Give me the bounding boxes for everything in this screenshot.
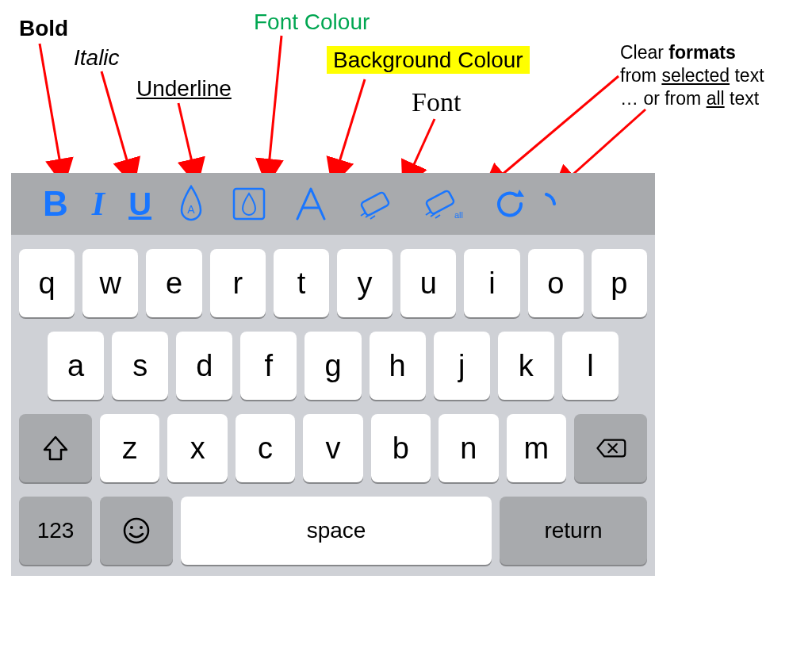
keyboard: B I U A bbox=[11, 173, 655, 576]
key-j[interactable]: j bbox=[434, 332, 490, 400]
font-colour-button[interactable]: A bbox=[175, 180, 207, 228]
key-z[interactable]: z bbox=[100, 414, 159, 482]
key-e[interactable]: e bbox=[146, 249, 201, 317]
key-k[interactable]: k bbox=[498, 332, 554, 400]
eraser-all-icon: all bbox=[419, 186, 467, 221]
svg-line-6 bbox=[485, 76, 619, 189]
backspace-icon bbox=[595, 432, 626, 464]
svg-line-0 bbox=[40, 44, 63, 182]
key-f[interactable]: f bbox=[240, 332, 297, 400]
key-s[interactable]: s bbox=[112, 332, 168, 400]
eraser-icon bbox=[354, 187, 396, 221]
key-row-3: z x c v b n m bbox=[19, 414, 647, 482]
key-row-1: q w e r t y u i o p bbox=[19, 249, 647, 317]
emoji-icon bbox=[121, 515, 152, 547]
svg-point-15 bbox=[130, 526, 133, 529]
label-font-colour: Font Colour bbox=[254, 8, 370, 36]
key-b[interactable]: b bbox=[371, 414, 431, 482]
shift-key[interactable] bbox=[19, 414, 92, 482]
underline-button[interactable]: U bbox=[128, 180, 151, 228]
label-italic: Italic bbox=[74, 44, 120, 71]
svg-text:A: A bbox=[187, 203, 195, 216]
key-o[interactable]: o bbox=[528, 249, 584, 317]
bold-button[interactable]: B bbox=[43, 180, 68, 228]
key-x[interactable]: x bbox=[167, 414, 227, 482]
numbers-key[interactable]: 123 bbox=[19, 497, 92, 565]
key-u[interactable]: u bbox=[400, 249, 456, 317]
key-n[interactable]: n bbox=[439, 414, 498, 482]
svg-line-3 bbox=[267, 36, 282, 182]
key-a[interactable]: a bbox=[48, 332, 104, 400]
svg-text:all: all bbox=[454, 210, 463, 220]
shift-icon bbox=[40, 432, 71, 464]
key-p[interactable]: p bbox=[592, 249, 647, 317]
key-q[interactable]: q bbox=[19, 249, 75, 317]
key-y[interactable]: y bbox=[337, 249, 393, 317]
emoji-key[interactable] bbox=[100, 497, 173, 565]
key-row-4: 123 space return bbox=[19, 497, 647, 565]
key-r[interactable]: r bbox=[210, 249, 266, 317]
key-h[interactable]: h bbox=[370, 332, 426, 400]
undo-icon bbox=[491, 185, 529, 223]
redo-icon bbox=[543, 185, 562, 223]
key-c[interactable]: c bbox=[236, 414, 295, 482]
key-l[interactable]: l bbox=[562, 332, 619, 400]
key-t[interactable]: t bbox=[274, 249, 329, 317]
label-font: Font bbox=[412, 86, 461, 120]
svg-line-1 bbox=[102, 71, 133, 182]
key-i[interactable]: i bbox=[464, 249, 519, 317]
key-g[interactable]: g bbox=[304, 332, 361, 400]
backspace-key[interactable] bbox=[574, 414, 647, 482]
svg-line-2 bbox=[178, 103, 197, 182]
background-colour-icon bbox=[231, 186, 267, 222]
label-bold: Bold bbox=[19, 14, 68, 42]
svg-point-14 bbox=[124, 519, 148, 543]
format-toolbar: B I U A bbox=[11, 173, 655, 235]
italic-button[interactable]: I bbox=[92, 180, 105, 228]
clear-format-selected-button[interactable] bbox=[354, 180, 396, 228]
font-icon bbox=[291, 184, 331, 224]
key-row-2: a s d f g h j k l bbox=[19, 332, 647, 400]
redo-button-partial[interactable] bbox=[543, 180, 562, 228]
font-button[interactable] bbox=[291, 180, 331, 228]
font-colour-icon: A bbox=[175, 183, 207, 224]
key-d[interactable]: d bbox=[176, 332, 232, 400]
label-background-colour: Background Colour bbox=[327, 46, 530, 74]
key-v[interactable]: v bbox=[303, 414, 362, 482]
svg-rect-12 bbox=[426, 190, 455, 215]
space-key[interactable]: space bbox=[181, 497, 492, 565]
label-underline: Underline bbox=[136, 75, 232, 102]
key-m[interactable]: m bbox=[507, 414, 566, 482]
return-key[interactable]: return bbox=[500, 497, 647, 565]
key-area: q w e r t y u i o p a s d f g h j k l z bbox=[11, 235, 655, 576]
label-clear-formats: Clear formats from selected text … or fr… bbox=[620, 41, 764, 109]
background-colour-button[interactable] bbox=[231, 180, 267, 228]
undo-button[interactable] bbox=[491, 180, 529, 228]
svg-point-16 bbox=[140, 526, 143, 529]
svg-line-4 bbox=[333, 79, 365, 182]
clear-format-all-button[interactable]: all bbox=[419, 180, 467, 228]
key-w[interactable]: w bbox=[82, 249, 138, 317]
